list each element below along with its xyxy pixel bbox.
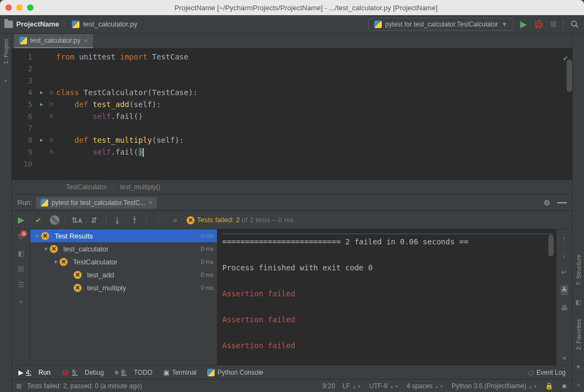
- indent[interactable]: 4 spaces: [407, 382, 433, 390]
- layout-button[interactable]: ☲: [18, 281, 24, 289]
- editor-breadcrumb[interactable]: TestCalculator 〉 test_multiply(): [12, 180, 572, 195]
- breadcrumb-file[interactable]: test_calculator.py: [83, 20, 137, 28]
- search-everywhere-button[interactable]: [570, 19, 580, 29]
- console-scrollbar[interactable]: [548, 235, 554, 256]
- fold-end-icon[interactable]: ⊟: [50, 146, 53, 158]
- stop-button[interactable]: [18, 266, 24, 272]
- terminal-tool-tab[interactable]: ▣ Terminal: [163, 369, 196, 376]
- close-tab-button[interactable]: ×: [84, 37, 88, 45]
- readonly-lock-icon[interactable]: 🔒: [545, 382, 553, 390]
- python-console-tool-tab[interactable]: Python Console: [207, 369, 263, 376]
- crumb-method[interactable]: test_multiply(): [120, 183, 161, 191]
- debug-button[interactable]: 🐞: [533, 19, 544, 29]
- run-line-icon[interactable]: ▶: [40, 87, 43, 98]
- collapse-all-button[interactable]: ⭱: [129, 214, 141, 226]
- left-tool-gutter: 1: Project ▪: [0, 34, 12, 392]
- print-button[interactable]: 🖶: [561, 304, 568, 312]
- editor-scrollbar[interactable]: [567, 59, 572, 92]
- failed-icon: ✕: [187, 216, 195, 224]
- close-window-icon[interactable]: [5, 4, 12, 11]
- run-button[interactable]: ▶: [520, 19, 527, 29]
- hide-toolwindow-button[interactable]: —: [557, 197, 567, 208]
- fold-end-icon[interactable]: ⊟: [50, 110, 53, 122]
- run-tool-tab[interactable]: ▶ 4: Run: [18, 369, 50, 376]
- debug-tool-tab[interactable]: 🐞 5: Debug: [61, 369, 104, 376]
- test-console[interactable]: ========================== 2 failed in 0…: [217, 229, 556, 365]
- tree-leaf[interactable]: ✕test_multiply 0 ms: [30, 281, 217, 294]
- star-icon: ★: [575, 363, 581, 370]
- tree-leaf[interactable]: ✕test_add 0 ms: [30, 268, 217, 281]
- favorites-tool-tab[interactable]: 2: Favorites: [575, 317, 582, 352]
- code-content[interactable]: from unittest import TestCase class Test…: [56, 49, 572, 180]
- rerun-failed-button[interactable]: ↻9: [18, 232, 24, 241]
- encoding[interactable]: UTF-8: [369, 382, 388, 390]
- run-config-label: pytest for test_calculator.TestCalculato…: [385, 21, 498, 28]
- event-log-tab[interactable]: ◌ Event Log: [528, 369, 566, 376]
- fold-icon[interactable]: ⊟: [50, 134, 53, 146]
- collapse-icon[interactable]: ▼: [42, 246, 50, 252]
- status-bar: ⊞ Tests failed: 2, passed: 0 (a minute a…: [12, 379, 572, 392]
- show-ignored-toggle[interactable]: [50, 215, 59, 225]
- line-ending[interactable]: LF: [343, 382, 350, 390]
- project-tool-tab[interactable]: 1: Project: [3, 37, 9, 66]
- collapse-icon[interactable]: ▼: [34, 233, 41, 239]
- next-failed-button[interactable]: »: [169, 214, 181, 226]
- tree-node[interactable]: ▼ ✕TestCalculator 0 ms: [30, 255, 217, 268]
- scroll-up-button[interactable]: ↑: [562, 235, 566, 243]
- console-right-controls: ↑ ↓ ↵ ≚ 🖶 »: [556, 229, 572, 365]
- tree-label: test_add: [87, 271, 114, 279]
- tree-time: 0 ms: [197, 271, 214, 278]
- todo-tool-tab[interactable]: ≡ 6: TODO: [115, 369, 152, 376]
- code-editor[interactable]: 12345678910 ▶ ▶ ▶ ⊟ ⊟ ⊟ ⊟ ⊟ from unittes…: [12, 49, 572, 180]
- run-label: Run:: [17, 198, 32, 207]
- test-results-tree[interactable]: ▼ ✕Test Results 0 ms ▼ ✕test_calculator …: [30, 229, 217, 365]
- tree-time: 0 ms: [197, 245, 214, 252]
- tree-root[interactable]: ▼ ✕Test Results 0 ms: [30, 229, 217, 242]
- run-line-icon[interactable]: ▶: [40, 98, 43, 110]
- crumb-class[interactable]: TestCalculator: [66, 183, 107, 191]
- editor-tab[interactable]: test_calculator.py ×: [14, 34, 93, 48]
- svg-line-1: [576, 25, 578, 27]
- show-passed-toggle[interactable]: ✔: [32, 214, 44, 226]
- run-tab[interactable]: pytest for test_calculator.TestC... ×: [36, 197, 156, 209]
- run-left-controls: ↻9 ◧ ☲ »: [12, 229, 30, 365]
- divider: [563, 19, 563, 29]
- settings-icon[interactable]: ⚙: [543, 198, 550, 207]
- python-icon: [207, 369, 215, 376]
- python-file-icon: [72, 21, 79, 28]
- sort-duration-button[interactable]: ⇵: [88, 214, 100, 226]
- more-button[interactable]: »: [19, 297, 23, 305]
- scroll-to-end-button[interactable]: ≚: [560, 285, 568, 295]
- fold-icon[interactable]: ⊟: [50, 87, 53, 98]
- structure-tool-tab[interactable]: 7: Structure: [575, 253, 582, 288]
- soft-wrap-button[interactable]: ↵: [561, 268, 567, 276]
- status-toggle-icon[interactable]: ⊞: [16, 382, 22, 390]
- more-icon[interactable]: »: [576, 381, 580, 389]
- inspector-icon[interactable]: ☻: [561, 382, 568, 390]
- prev-failed-button[interactable]: ↑: [152, 214, 164, 226]
- collapse-icon[interactable]: ▼: [52, 259, 59, 265]
- sdk[interactable]: Python 3.6 (ProjectName): [452, 382, 526, 390]
- minimize-window-icon[interactable]: [16, 4, 23, 11]
- breadcrumb-project[interactable]: ProjectName: [16, 20, 59, 28]
- run-config-selector[interactable]: pytest for test_calculator.TestCalculato…: [368, 18, 514, 31]
- rerun-button[interactable]: ▶: [18, 215, 24, 225]
- scroll-down-button[interactable]: ↓: [562, 251, 566, 260]
- toggle-autotest-button[interactable]: ◧: [18, 249, 24, 257]
- expand-all-button[interactable]: ⭳: [111, 214, 123, 226]
- maximize-window-icon[interactable]: [27, 4, 34, 11]
- console-line: Process finished with exit code 0: [222, 261, 553, 274]
- run-line-icon[interactable]: ▶: [40, 134, 43, 146]
- separator: [65, 215, 65, 225]
- close-run-tab[interactable]: ×: [149, 199, 152, 207]
- fold-icon[interactable]: ⊟: [50, 98, 53, 110]
- run-toolwindow-header: Run: pytest for test_calculator.TestC...…: [12, 195, 572, 211]
- more-button[interactable]: »: [562, 354, 566, 362]
- tree-node[interactable]: ▼ ✕test_calculator 0 ms: [30, 242, 217, 255]
- sort-alpha-button[interactable]: ⇅ᴀ: [71, 214, 83, 226]
- python-file-icon: [19, 37, 27, 44]
- failed-icon: ✕: [74, 271, 82, 279]
- caret-position[interactable]: 9:20: [322, 382, 335, 390]
- stop-button[interactable]: [550, 21, 556, 27]
- svg-point-0: [572, 21, 576, 26]
